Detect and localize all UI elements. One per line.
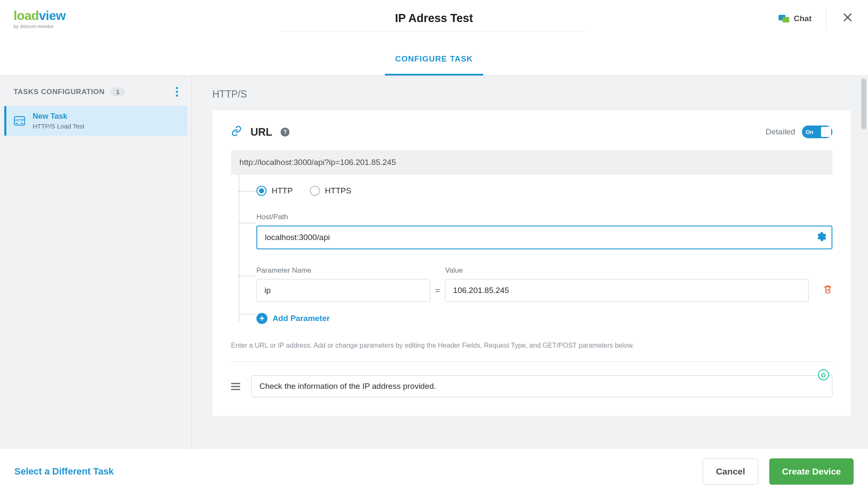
task-name: New Task — [33, 112, 84, 121]
task-item[interactable]: New Task HTTP/S Load Test — [4, 106, 187, 136]
gear-icon[interactable] — [815, 231, 826, 244]
detailed-toggle-wrap: Detailed On — [765, 126, 832, 138]
divider — [231, 361, 832, 362]
add-parameter-label: Add Parameter — [273, 314, 330, 323]
tabs: CONFIGURE TASK — [0, 37, 868, 75]
url-tree: HTTP HTTPS Host/Path — [231, 175, 832, 324]
task-texts: New Task HTTP/S Load Test — [33, 112, 84, 130]
chat-icon — [779, 14, 789, 23]
hostpath-input[interactable] — [256, 226, 832, 249]
param-name-input[interactable] — [256, 279, 430, 302]
description-input[interactable] — [251, 375, 832, 397]
param-value-input[interactable] — [445, 279, 809, 302]
sidebar-header: TASKS CONFIGURATION 1 — [0, 76, 192, 106]
url-card: URL ? Detailed On http://localhost:3000/… — [212, 110, 851, 416]
url-section-label: URL — [250, 126, 272, 138]
title-wrap: IP Adress Test — [281, 6, 587, 31]
main-heading: HTTP/S — [212, 89, 851, 100]
toggle-state-label: On — [806, 129, 813, 135]
tree-line — [239, 175, 239, 321]
logo-subtext: by dotcom-monitor — [14, 24, 66, 29]
description-row: G — [231, 375, 832, 397]
link-icon — [231, 126, 242, 138]
kebab-dot-icon — [176, 87, 178, 89]
card-header: URL ? Detailed On — [231, 126, 832, 138]
add-param-row: + Add Parameter — [256, 302, 832, 324]
add-parameter-button[interactable]: + Add Parameter — [256, 310, 832, 324]
radio-https-label: HTTPS — [325, 186, 351, 195]
create-device-button[interactable]: Create Device — [769, 458, 854, 485]
toggle-knob — [821, 127, 831, 137]
hostpath-label: Host/Path — [256, 213, 832, 221]
param-row: Parameter Name = Value — [256, 249, 832, 302]
scrollbar[interactable] — [861, 78, 866, 129]
help-icon[interactable]: ? — [281, 128, 289, 137]
sidebar-menu-button[interactable] — [173, 87, 181, 97]
select-different-task-link[interactable]: Select a Different Task — [14, 466, 114, 477]
radio-http[interactable]: HTTP — [256, 186, 293, 196]
chat-button[interactable]: Chat — [779, 14, 812, 23]
plus-icon: + — [256, 313, 267, 324]
sidebar-title: TASKS CONFIGURATION — [14, 88, 105, 96]
detailed-toggle[interactable]: On — [802, 126, 832, 138]
param-value-label: Value — [445, 266, 809, 275]
hostpath-row: Host/Path — [256, 196, 832, 249]
logo[interactable]: loadview by dotcom-monitor — [14, 8, 66, 29]
close-icon — [843, 13, 852, 22]
grammarly-icon[interactable]: G — [818, 369, 829, 380]
kebab-dot-icon — [176, 91, 178, 93]
body: TASKS CONFIGURATION 1 New Task HTTP/S Lo… — [0, 75, 868, 449]
header-right: Chat — [779, 8, 854, 29]
kebab-dot-icon — [176, 95, 178, 97]
radio-circle-icon — [256, 186, 267, 196]
radio-http-label: HTTP — [272, 186, 293, 195]
task-count-badge: 1 — [111, 87, 125, 96]
protocol-row: HTTP HTTPS — [256, 175, 832, 196]
divider — [826, 8, 826, 29]
url-hint: Enter a URL or IP address. Add or change… — [231, 342, 832, 349]
radio-circle-icon — [310, 186, 320, 196]
svg-rect-1 — [782, 17, 789, 22]
cancel-button[interactable]: Cancel — [703, 458, 758, 485]
detailed-label: Detailed — [765, 127, 795, 137]
param-name-label: Parameter Name — [256, 266, 430, 275]
footer-actions: Cancel Create Device — [703, 458, 854, 485]
footer: Select a Different Task Cancel Create De… — [0, 449, 868, 494]
task-subtitle: HTTP/S Load Test — [33, 123, 84, 130]
delete-param-button[interactable] — [814, 284, 832, 302]
http-task-icon — [14, 116, 25, 126]
page-title: IP Adress Test — [281, 6, 587, 31]
equals-sign: = — [435, 286, 440, 302]
chat-label: Chat — [794, 14, 812, 23]
close-button[interactable] — [841, 11, 854, 27]
header: loadview by dotcom-monitor IP Adress Tes… — [0, 0, 868, 37]
url-preview: http://localhost:3000/api?ip=106.201.85.… — [231, 150, 832, 175]
sidebar: TASKS CONFIGURATION 1 New Task HTTP/S Lo… — [0, 76, 192, 449]
main: HTTP/S URL ? Detailed On — [192, 76, 868, 449]
drag-handle-icon[interactable] — [231, 383, 240, 390]
logo-text: loadview — [14, 8, 66, 23]
tab-configure-task[interactable]: CONFIGURE TASK — [385, 44, 483, 75]
radio-https[interactable]: HTTPS — [310, 186, 351, 196]
trash-icon — [823, 284, 832, 294]
